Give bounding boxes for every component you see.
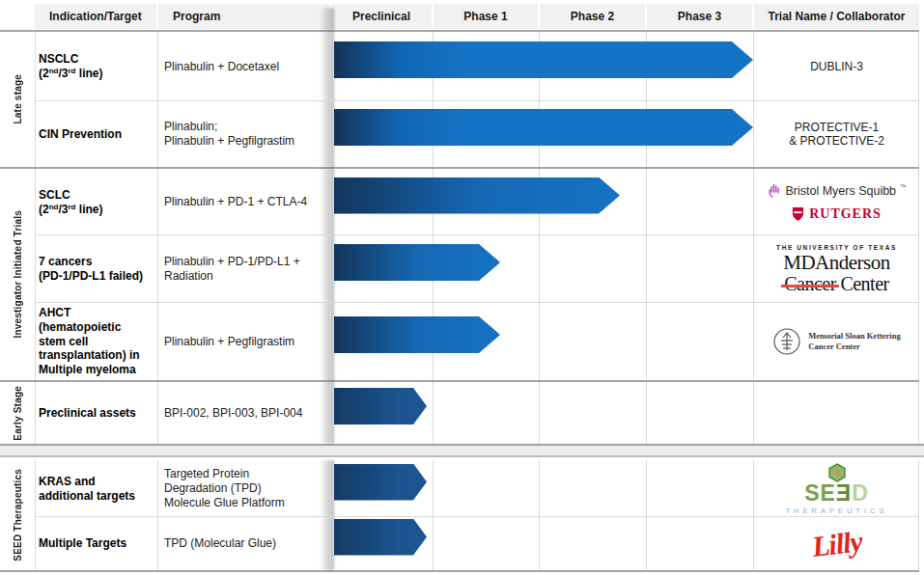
phase-bar (334, 316, 500, 353)
bristol-myers-squibb-logo: Bristol Myers Squibb™ (767, 182, 906, 199)
trial-name: PROTECTIVE-1 & PROTECTIVE-2 (789, 121, 884, 148)
pipeline-row-multiple-targets: Multiple Targets TPD (Molecular Glue) Li… (0, 517, 924, 570)
program-text: Plinabulin + Pegfilgrastim (164, 335, 294, 349)
pipeline-row-preclinical-assets: Preclinical assets BPI-002, BPI-003, BPI… (0, 382, 924, 444)
pipeline-row-sclc: SCLC(2nd/3rd line) Plinabulin + PD-1 + C… (0, 169, 924, 235)
seed-hexagon-icon (827, 463, 847, 482)
bms-hand-icon (767, 182, 781, 199)
seed-therapeutics-logo: SEƎD THERAPEUTICS (786, 463, 888, 515)
pipeline-row-7cancers: 7 cancers (PD-1/PD-L1 failed) Plinabulin… (0, 235, 924, 303)
indication-text: 7 cancers (PD-1/PD-L1 failed) (39, 255, 143, 283)
indication-text: SCLC(2nd/3rd line) (39, 169, 156, 235)
program-text: Plinabulin + PD-1/PD-L1 + Radiation (164, 255, 300, 284)
pipeline-chart: Indication/Target Program Preclinical Ph… (0, 0, 924, 575)
phase-bar (334, 109, 753, 146)
program-text: Plinabulin + Docetaxel (164, 60, 279, 74)
pipeline-row-ahct: AHCT (hematopoietic stem cell transplant… (0, 303, 924, 380)
phase-bar (334, 464, 427, 501)
msk-circle-icon (772, 327, 801, 356)
indication-text: NSCLC(2nd/3rd line) (39, 32, 156, 101)
cancer-strikethrough: Cancer (784, 273, 836, 294)
column-header-preclinical: Preclinical (331, 4, 432, 29)
section-divider-band (0, 444, 924, 457)
program-text: Plinabulin; Plinabulin + Pegfilgrastim (164, 120, 294, 149)
indication-text: AHCT (hematopoietic stem cell transplant… (39, 306, 140, 376)
phase-bar (334, 178, 620, 214)
phase-bar (334, 388, 427, 424)
column-header-trial: Trial Name / Collaborator (754, 4, 919, 29)
rutgers-logo: RUTGERS (792, 206, 882, 222)
pipeline-row-nsclc: NSCLC(2nd/3rd line) Plinabulin + Docetax… (0, 32, 924, 101)
column-header-phase3: Phase 3 (647, 4, 752, 29)
lilly-logo: Lilly (810, 524, 863, 562)
pipeline-row-cin: CIN Prevention Plinabulin; Plinabulin + … (0, 101, 924, 167)
rutgers-shield-icon (792, 206, 804, 222)
collaborator-logos: Bristol Myers Squibb™ RUTGERS (754, 169, 919, 235)
divider (0, 570, 919, 572)
column-header-program: Program (158, 4, 329, 29)
memorial-sloan-kettering-logo: Memorial Sloan Kettering Cancer Center (772, 327, 900, 356)
indication-text: CIN Prevention (39, 127, 122, 142)
program-text: Plinabulin + PD-1 + CTLA-4 (164, 195, 307, 209)
indication-text: Preclinical assets (39, 406, 136, 421)
program-text: BPI-002, BPI-003, BPI-004 (164, 406, 302, 421)
phase-bar (334, 244, 500, 281)
program-text: TPD (Molecular Glue) (164, 536, 276, 551)
md-anderson-logo: THE UNIVERSITY OF TEXAS MDAnderson Cance… (776, 245, 897, 294)
phase-bar (334, 41, 753, 78)
indication-text: Multiple Targets (39, 536, 126, 551)
program-text: Targeted Protein Degradation (TPD) Molec… (164, 467, 285, 510)
column-header-indication: Indication/Target (35, 4, 156, 29)
trial-name: DUBLIN-3 (810, 60, 863, 73)
column-header-phase2: Phase 2 (540, 4, 645, 29)
indication-text: KRAS and additional targets (39, 475, 135, 503)
pipeline-row-kras: KRAS and additional targets Targeted Pro… (0, 460, 924, 517)
column-header-phase1: Phase 1 (434, 4, 538, 29)
phase-bar (334, 519, 427, 556)
